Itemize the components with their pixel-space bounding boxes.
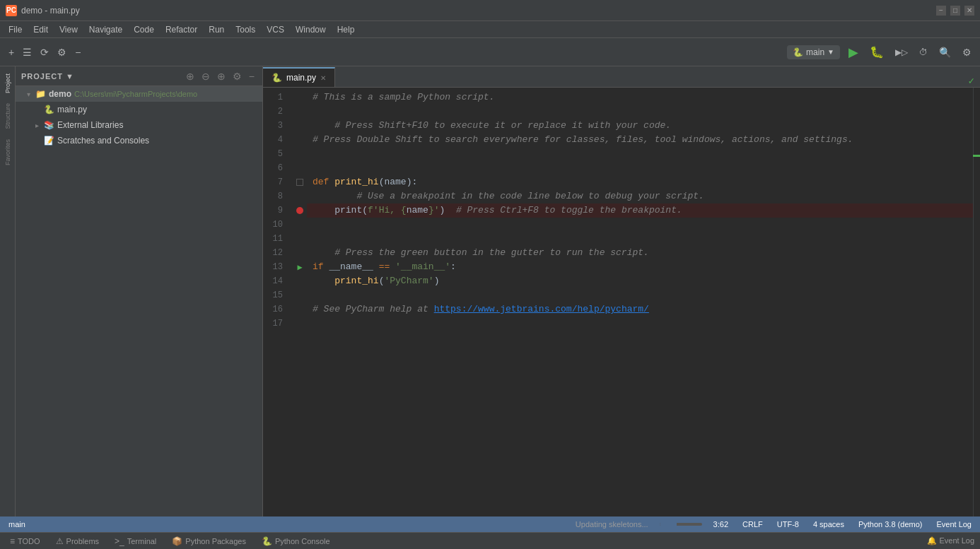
bottom-tab-todo[interactable]: ≡ TODO xyxy=(3,533,47,549)
bottom-tab-problems[interactable]: ⚠ Problems xyxy=(49,533,106,549)
code-line-15 xyxy=(307,288,973,302)
run-configuration[interactable]: 🐍 main ▼ xyxy=(787,45,840,59)
run-button[interactable]: ▶ xyxy=(846,43,861,61)
toolbar-add-button[interactable]: + xyxy=(6,44,17,61)
status-right: Updating skeletons... 3:62 CRLF UTF-8 4 … xyxy=(573,520,974,529)
todo-icon: ≡ xyxy=(10,536,15,546)
progress-bar xyxy=(660,523,702,526)
code-editor[interactable]: 1 2 3 4 5 6 7 8 9 10 11 12 13 14 15 16 1… xyxy=(263,88,980,516)
activity-project[interactable]: Project xyxy=(3,69,13,98)
code-line-17 xyxy=(307,317,973,331)
toolbar-left: + ☰ ⟳ ⚙ − xyxy=(6,44,83,61)
event-log-status[interactable]: Event Log xyxy=(933,520,974,529)
code-line-12: # Press the green button in the gutter t… xyxy=(307,246,973,260)
bottom-toolbar: ≡ TODO ⚠ Problems >_ Terminal 📦 Python P… xyxy=(0,532,980,549)
python-packages-icon: 📦 xyxy=(172,536,182,546)
editor-gutter: ▶ xyxy=(293,88,307,516)
library-icon: 📚 xyxy=(44,120,54,130)
code-line-13: if __name__ == '__main__': xyxy=(307,260,973,274)
git-branch-status[interactable]: main xyxy=(6,520,28,529)
sidebar-hide-button[interactable]: − xyxy=(247,70,257,83)
toolbar-minimize-button[interactable]: − xyxy=(72,44,83,61)
code-line-7: def print_hi(name): xyxy=(307,175,973,189)
run-config-dropdown-icon: ▼ xyxy=(827,48,834,56)
sidebar-settings-button[interactable]: ⚙ xyxy=(231,70,244,83)
activity-favorites[interactable]: Favorites xyxy=(3,135,13,170)
menu-item-tools[interactable]: Tools xyxy=(230,21,261,37)
app-logo: PC xyxy=(6,5,17,16)
debug-button[interactable]: 🐛 xyxy=(867,44,887,60)
code-line-9: print(f'Hi, {name}') # Press Ctrl+F8 to … xyxy=(307,203,973,218)
breakpoint-marker xyxy=(296,207,303,214)
run-indicator-gutter-13: ▶ xyxy=(293,260,307,274)
todo-label: TODO xyxy=(18,537,40,545)
tab-label: main.py xyxy=(286,73,316,83)
code-line-10 xyxy=(307,218,973,232)
sidebar-expand-button[interactable]: ⊕ xyxy=(215,70,228,83)
sidebar-locate-button[interactable]: ⊕ xyxy=(184,70,197,83)
activity-structure[interactable]: Structure xyxy=(3,99,13,134)
run-config-icon: 🐍 xyxy=(793,47,803,57)
sidebar-actions: ⊕ ⊖ ⊕ ⚙ − xyxy=(184,70,257,83)
tab-python-icon: 🐍 xyxy=(272,73,282,83)
tab-close-button[interactable]: ✕ xyxy=(320,74,326,82)
code-line-16: # See PyCharm help at https://www.jetbra… xyxy=(307,302,973,317)
menu-item-help[interactable]: Help xyxy=(332,21,361,37)
coverage-button[interactable]: ▶▷ xyxy=(892,45,911,60)
editor-tab-mainpy[interactable]: 🐍 main.py ✕ xyxy=(263,67,335,87)
checkmark-icon: ✓ xyxy=(969,75,974,87)
menu-item-code[interactable]: Code xyxy=(128,21,160,37)
code-line-1: # This is a sample Python script. xyxy=(307,90,973,105)
menu-item-vcs[interactable]: VCS xyxy=(261,21,290,37)
scratches-icon: 📝 xyxy=(44,136,54,146)
python-file-icon: 🐍 xyxy=(44,105,54,114)
fold-indicator-7[interactable] xyxy=(296,179,303,186)
close-button[interactable]: ✕ xyxy=(964,6,974,16)
menu-item-view[interactable]: View xyxy=(54,21,83,37)
python-packages-label: Python Packages xyxy=(185,537,246,545)
window-title: demo - main.py xyxy=(21,6,80,16)
sidebar-item-mainpy[interactable]: 🐍 main.py xyxy=(16,102,262,117)
cursor-position-status[interactable]: 3:62 xyxy=(711,520,731,529)
toolbar-sync-button[interactable]: ⟳ xyxy=(37,44,52,61)
menu-item-file[interactable]: File xyxy=(3,21,28,37)
menu-item-refactor[interactable]: Refactor xyxy=(160,21,203,37)
title-bar: PC demo - main.py − □ ✕ xyxy=(0,0,980,21)
sidebar-item-scratches[interactable]: 📝 Scratches and Consoles xyxy=(16,133,262,148)
code-line-14: print_hi('PyCharm') xyxy=(307,274,973,288)
bottom-tab-python-packages[interactable]: 📦 Python Packages xyxy=(165,533,253,549)
right-scrollbar[interactable] xyxy=(973,88,980,516)
bottom-tab-terminal[interactable]: >_ Terminal xyxy=(107,533,163,549)
activity-bar: Project Structure Favorites xyxy=(0,66,16,516)
code-content[interactable]: # This is a sample Python script. # Pres… xyxy=(307,88,973,516)
encoding-status[interactable]: UTF-8 xyxy=(774,520,802,529)
bottom-tab-python-console[interactable]: 🐍 Python Console xyxy=(255,533,337,549)
code-line-3: # Press Shift+F10 to execute it or repla… xyxy=(307,119,973,133)
code-line-8: # Use a breakpoint in the code line belo… xyxy=(307,189,973,203)
code-line-5 xyxy=(307,147,973,161)
sidebar-item-demo[interactable]: ▾ 📁 demo C:\Users\mi\PycharmProjects\dem… xyxy=(16,86,262,102)
title-left: PC demo - main.py xyxy=(6,5,80,16)
line-ending-status[interactable]: CRLF xyxy=(740,520,766,529)
breakpoint-gutter-9[interactable] xyxy=(293,203,307,218)
menu-item-navigate[interactable]: Navigate xyxy=(83,21,128,37)
python-console-label: Python Console xyxy=(275,537,330,545)
maximize-button[interactable]: □ xyxy=(950,6,960,16)
menu-item-edit[interactable]: Edit xyxy=(28,21,54,37)
menu-item-window[interactable]: Window xyxy=(290,21,332,37)
toolbar-settings-button[interactable]: ⚙ xyxy=(54,44,69,61)
sidebar-item-external-libraries[interactable]: ▸ 📚 External Libraries xyxy=(16,117,262,133)
toolbar-list-button[interactable]: ☰ xyxy=(20,44,35,61)
python-version-status[interactable]: Python 3.8 (demo) xyxy=(856,520,926,529)
menu-bar: FileEditViewNavigateCodeRefactorRunTools… xyxy=(0,21,980,38)
profile-button[interactable]: ⏱ xyxy=(916,45,931,60)
sidebar-header: Project ▼ ⊕ ⊖ ⊕ ⚙ − xyxy=(16,66,262,86)
indent-status[interactable]: 4 spaces xyxy=(810,520,847,529)
menu-item-run[interactable]: Run xyxy=(203,21,230,37)
code-line-2 xyxy=(307,105,973,119)
settings-button[interactable]: ⚙ xyxy=(959,44,974,61)
search-everywhere-button[interactable]: 🔍 xyxy=(936,44,954,61)
event-log-bottom[interactable]: 🔔 Event Log xyxy=(924,536,977,545)
sidebar-collapse-button[interactable]: ⊖ xyxy=(199,70,212,83)
minimize-button[interactable]: − xyxy=(936,6,946,16)
